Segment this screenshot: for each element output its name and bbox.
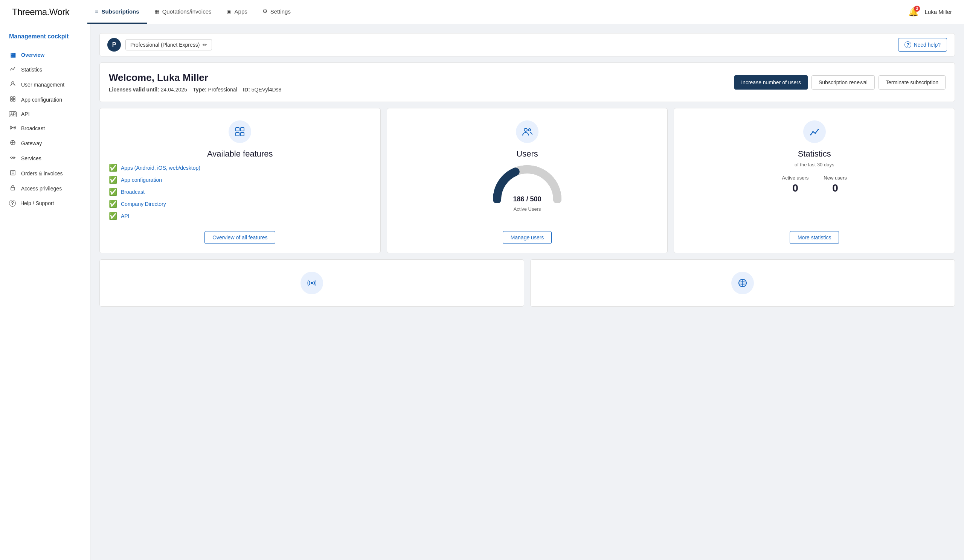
card-features: Available features ✅ Apps (Android, iOS,… (99, 108, 381, 253)
gauge-text: 186 / 500 (513, 195, 541, 203)
svg-rect-19 (241, 128, 244, 131)
welcome-left: Welcome, Luka Miller Licenses valid unti… (109, 72, 281, 93)
sidebar-item-gateway[interactable]: Gateway (0, 136, 90, 151)
svg-rect-18 (236, 128, 239, 131)
subscription-name: Professional (Planet Express) (130, 42, 200, 48)
apps-icon: ▣ (227, 8, 231, 14)
sidebar-item-user-management[interactable]: User management (0, 77, 90, 92)
app-config-icon (9, 96, 16, 104)
feature-item-2: ✅ Broadcast (109, 186, 371, 198)
overview-all-features-button[interactable]: Overview of all features (205, 231, 275, 244)
feature-item-3: ✅ Company Directory (109, 198, 371, 210)
card-broadcast-partial (99, 259, 524, 307)
svg-point-10 (13, 157, 15, 158)
stats-row: Active users 0 New users 0 (782, 175, 847, 194)
gateway-card-icon (737, 278, 748, 288)
broadcast-card-icon (306, 278, 317, 288)
active-users-stat: Active users 0 (782, 175, 809, 194)
broadcast-card-icon-wrap (301, 272, 323, 294)
settings-gear-icon: ⚙ (262, 8, 267, 15)
statistics-card-icon-wrap (803, 120, 826, 143)
svg-rect-4 (13, 99, 15, 101)
header-bar-left: P Professional (Planet Express) ✏ (107, 38, 212, 52)
check-icon-0: ✅ (109, 164, 117, 172)
quotations-icon: ▦ (155, 8, 159, 14)
features-list: ✅ Apps (Android, iOS, web/desktop) ✅ App… (109, 162, 371, 222)
feature-item-0: ✅ Apps (Android, iOS, web/desktop) (109, 162, 371, 174)
sidebar-item-statistics[interactable]: Statistics (0, 62, 90, 77)
svg-rect-3 (11, 99, 12, 101)
gauge-wrap: 186 / 500 (490, 162, 565, 203)
statistics-icon (9, 66, 16, 73)
more-statistics-button[interactable]: More statistics (790, 231, 839, 244)
logo-part1: Threema. (12, 7, 49, 17)
tab-settings[interactable]: ⚙ Settings (255, 0, 298, 24)
main-content: P Professional (Planet Express) ✏ ? Need… (90, 24, 964, 560)
card-users: Users 186 / 500 Active Users Manage user… (387, 108, 668, 253)
terminate-subscription-button[interactable]: Terminate subscription (879, 75, 946, 89)
check-icon-2: ✅ (109, 188, 117, 196)
svg-point-22 (524, 128, 527, 131)
svg-point-9 (11, 157, 12, 158)
svg-point-5 (12, 127, 13, 128)
check-icon-1: ✅ (109, 176, 117, 184)
tab-subscriptions[interactable]: ≡ Subscriptions (87, 0, 147, 24)
services-icon (9, 155, 16, 162)
svg-point-26 (814, 133, 816, 134)
increase-users-button[interactable]: Increase number of users (734, 75, 808, 89)
sidebar-item-broadcast[interactable]: Broadcast (0, 121, 90, 136)
statistics-chart-icon (809, 127, 820, 137)
svg-point-25 (812, 131, 814, 133)
welcome-section: Welcome, Luka Miller Licenses valid unti… (99, 62, 955, 102)
sidebar-item-api[interactable]: API API (0, 107, 90, 121)
sidebar: Management cockpit ▦ Overview Statistics… (0, 24, 90, 560)
svg-rect-20 (236, 133, 239, 136)
svg-rect-14 (11, 170, 15, 175)
sidebar-item-overview[interactable]: ▦ Overview (0, 47, 90, 62)
sidebar-item-orders-invoices[interactable]: Orders & invoices (0, 166, 90, 181)
new-users-stat: New users 0 (824, 175, 847, 194)
type-label: Type: (193, 86, 206, 93)
sidebar-item-help-support[interactable]: ? Help / Support (0, 196, 90, 210)
cards-grid-secondary (99, 259, 955, 307)
subscription-renewal-button[interactable]: Subscription renewal (811, 75, 875, 89)
features-grid-icon (234, 127, 245, 137)
users-card-title: Users (516, 149, 538, 159)
svg-point-27 (817, 129, 819, 130)
subscription-name-box: Professional (Planet Express) ✏ (125, 39, 212, 50)
svg-rect-2 (13, 97, 15, 99)
subscription-avatar: P (107, 38, 121, 52)
top-nav: Threema.Work ≡ Subscriptions ▦ Quotation… (0, 0, 964, 24)
sidebar-item-access-privileges[interactable]: Access privileges (0, 181, 90, 196)
id-label: ID: (243, 86, 250, 93)
licenses-label: Licenses valid until: (109, 86, 159, 93)
statistics-card-title: Statistics (798, 149, 831, 159)
orders-icon (9, 170, 16, 177)
welcome-actions: Increase number of users Subscription re… (734, 75, 946, 89)
welcome-title: Welcome, Luka Miller (109, 72, 281, 84)
features-card-title: Available features (207, 149, 273, 159)
manage-users-button[interactable]: Manage users (503, 231, 552, 244)
gauge-label: Active Users (514, 206, 541, 212)
feature-item-4: ✅ API (109, 210, 371, 222)
logo-part2: Work (49, 7, 70, 17)
edit-icon[interactable]: ✏ (203, 42, 207, 48)
gateway-icon (9, 140, 16, 147)
logo: Threema.Work (12, 7, 69, 17)
card-gateway-partial (530, 259, 955, 307)
nav-right: 🔔 2 Luka Miller (908, 7, 952, 17)
subscriptions-icon: ≡ (95, 8, 98, 15)
tab-quotations[interactable]: ▦ Quotations/invoices (147, 0, 219, 24)
svg-point-24 (810, 134, 811, 135)
need-help-button[interactable]: ? Need help? (898, 38, 947, 52)
svg-rect-17 (11, 187, 15, 190)
check-icon-3: ✅ (109, 200, 117, 208)
sidebar-item-services[interactable]: Services (0, 151, 90, 166)
svg-point-0 (12, 82, 14, 84)
help-question-icon: ? (904, 41, 911, 48)
tab-apps[interactable]: ▣ Apps (219, 0, 255, 24)
help-icon: ? (9, 200, 16, 207)
sidebar-item-app-configuration[interactable]: App configuration (0, 92, 90, 107)
notifications-bell[interactable]: 🔔 2 (908, 7, 918, 17)
user-name: Luka Miller (925, 9, 952, 15)
